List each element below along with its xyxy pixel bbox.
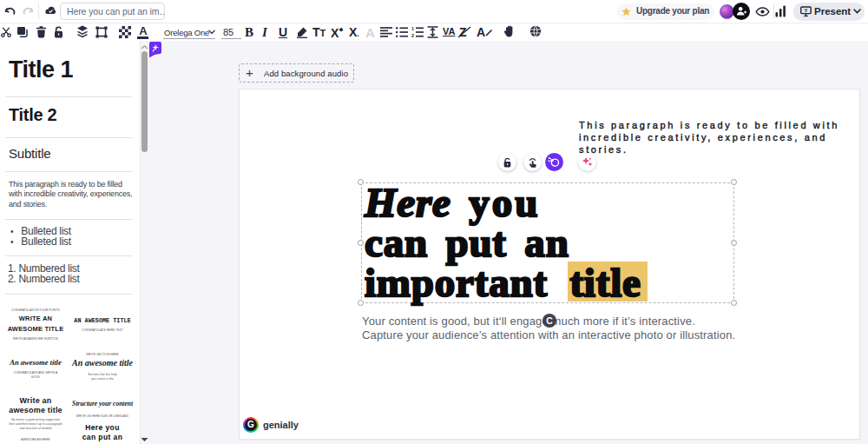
svg-text:2: 2	[411, 33, 414, 37]
svg-text:1: 1	[411, 27, 414, 31]
